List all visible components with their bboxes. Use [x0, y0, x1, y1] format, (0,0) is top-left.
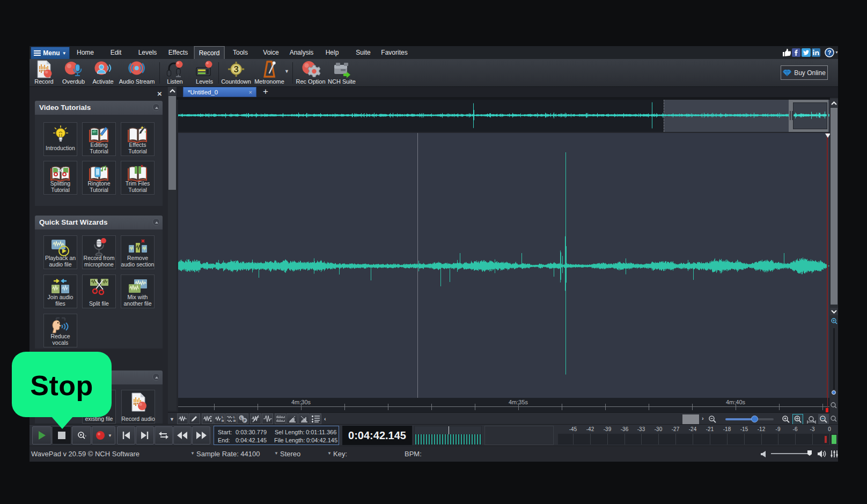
svg-text:L: L — [240, 416, 243, 419]
svg-text:L: L — [233, 416, 236, 419]
svg-text:3: 3 — [233, 64, 238, 75]
svg-text:R: R — [233, 419, 236, 423]
svg-text:?: ? — [827, 49, 831, 56]
svg-text:R: R — [222, 419, 224, 423]
svg-text:L: L — [222, 416, 224, 419]
svg-text:P: P — [243, 418, 246, 422]
